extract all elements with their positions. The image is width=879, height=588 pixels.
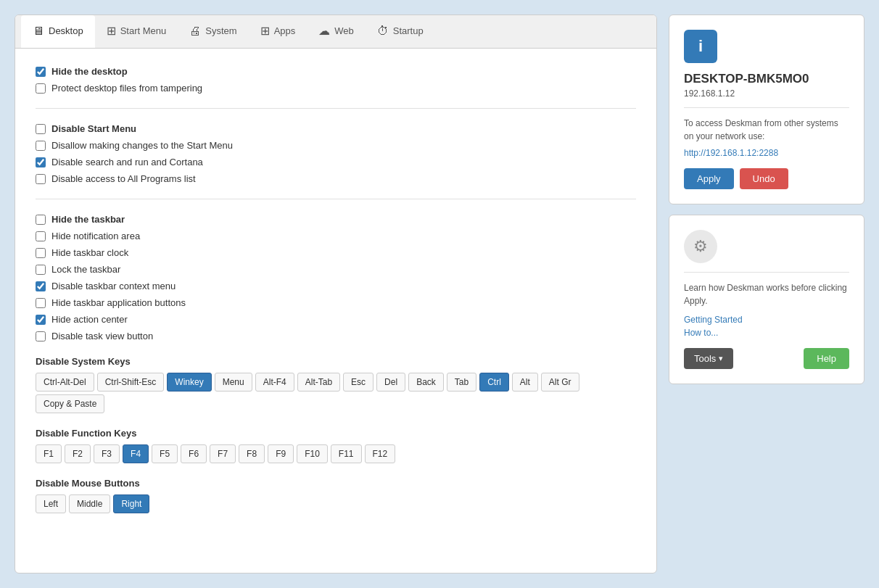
help-text: Learn how Deskman works before clicking … [684,281,849,307]
desktop-icon: 🖥 [33,25,44,38]
checkbox-protect-files: Protect desktop files from tampering [36,83,636,94]
tab-start-menu-label: Start Menu [120,25,167,36]
undo-button[interactable]: Undo [740,168,788,189]
info-icon-wrap: i [684,30,849,63]
key-f10[interactable]: F10 [297,444,328,463]
key-ctrl-alt-del[interactable]: Ctrl-Alt-Del [36,373,94,392]
key-alt-f4[interactable]: Alt-F4 [255,373,294,392]
protect-files-checkbox[interactable] [36,83,46,94]
tab-desktop[interactable]: 🖥 Desktop [21,15,95,48]
tab-startup[interactable]: ⏱ Startup [366,15,435,48]
key-f9[interactable]: F9 [268,444,294,463]
hide-taskbar-checkbox[interactable] [36,215,46,225]
key-del[interactable]: Del [376,373,405,392]
key-winkey[interactable]: Winkey [167,373,211,392]
tab-apps-label: Apps [274,25,296,36]
access-url[interactable]: http://192.168.1.12:2288 [684,148,778,158]
info-divider [684,107,849,108]
key-ctrl[interactable]: Ctrl [479,373,509,392]
disable-task-view-label: Disable task view button [51,331,153,341]
checkbox-hide-app-buttons: Hide taskbar application buttons [36,297,636,308]
key-f6[interactable]: F6 [181,444,207,463]
key-f11[interactable]: F11 [331,444,362,463]
key-f5[interactable]: F5 [152,444,178,463]
checkbox-disable-search: Disable search and run and Cortana [36,157,636,167]
apps-icon: ⊞ [260,24,270,38]
tab-system[interactable]: 🖨 System [178,15,248,48]
disable-search-checkbox[interactable] [36,157,46,167]
hide-desktop-checkbox[interactable] [36,67,46,77]
disable-start-checkbox[interactable] [36,124,46,134]
how-to-link[interactable]: How to... [684,328,849,338]
disable-start-label: Disable Start Menu [51,123,136,134]
key-middle[interactable]: Middle [69,494,110,513]
web-icon: ☁ [318,24,330,38]
tools-help-row: Tools Help [684,348,849,369]
checkbox-hide-clock: Hide taskbar clock [36,247,636,258]
key-f8[interactable]: F8 [239,444,265,463]
help-button[interactable]: Help [804,348,849,369]
tab-desktop-label: Desktop [49,25,83,36]
action-buttons: Apply Undo [684,168,849,189]
key-menu[interactable]: Menu [215,373,252,392]
key-f1[interactable]: F1 [36,444,62,463]
hide-clock-checkbox[interactable] [36,248,46,258]
checkbox-lock-taskbar: Lock the taskbar [36,264,636,275]
key-alt-tab[interactable]: Alt-Tab [297,373,340,392]
section-desktop: Hide the desktop Protect desktop files f… [36,66,636,94]
disable-task-view-checkbox[interactable] [36,331,46,341]
tab-web[interactable]: ☁ Web [307,15,366,48]
info-icon: i [684,30,717,63]
divider-2 [36,199,636,199]
key-right[interactable]: Right [113,494,149,513]
startup-icon: ⏱ [377,25,389,38]
tab-bar: 🖥 Desktop ⊞ Start Menu 🖨 System ⊞ Apps ☁… [15,15,656,49]
hide-app-buttons-label: Hide taskbar application buttons [51,297,186,308]
key-tab[interactable]: Tab [447,373,476,392]
function-keys-label: Disable Function Keys [36,428,636,439]
help-card: ⚙ Learn how Deskman works before clickin… [669,215,864,384]
key-f2[interactable]: F2 [65,444,91,463]
tab-apps[interactable]: ⊞ Apps [249,15,308,48]
disallow-changes-checkbox[interactable] [36,141,46,151]
section-function-keys: Disable Function Keys F1 F2 F3 F4 F5 F6 … [36,428,636,463]
start-menu-icon: ⊞ [107,24,116,38]
disable-programs-label: Disable access to All Programs list [51,173,196,184]
divider-1 [36,108,636,109]
key-f3[interactable]: F3 [94,444,120,463]
tab-web-label: Web [334,25,354,36]
key-f7[interactable]: F7 [210,444,236,463]
tab-start-menu[interactable]: ⊞ Start Menu [95,15,178,48]
disable-search-label: Disable search and run and Cortana [51,157,203,167]
info-card: i DESKTOP-BMK5MO0 192.168.1.12 To access… [669,15,864,204]
key-ctrl-shift-esc[interactable]: Ctrl-Shift-Esc [97,373,165,392]
system-keys-label: Disable System Keys [36,356,636,367]
disable-context-checkbox[interactable] [36,281,46,291]
section-taskbar: Hide the taskbar Hide notification area … [36,214,636,341]
checkbox-hide-action-center: Hide action center [36,314,636,325]
key-esc[interactable]: Esc [343,373,374,392]
section-start-menu: Disable Start Menu Disallow making chang… [36,123,636,184]
key-copy-paste[interactable]: Copy & Paste [36,394,104,413]
disable-context-label: Disable taskbar context menu [51,281,176,291]
hide-app-buttons-checkbox[interactable] [36,298,46,308]
disable-programs-checkbox[interactable] [36,174,46,184]
tools-button[interactable]: Tools [684,348,733,369]
key-left[interactable]: Left [36,494,66,513]
mouse-buttons-keys: Left Middle Right [36,494,636,513]
key-alt-gr[interactable]: Alt Gr [541,373,579,392]
hide-notification-label: Hide notification area [51,231,140,241]
getting-started-link[interactable]: Getting Started [684,315,849,325]
lock-taskbar-checkbox[interactable] [36,265,46,275]
key-back[interactable]: Back [408,373,444,392]
function-keys-buttons: F1 F2 F3 F4 F5 F6 F7 F8 F9 F10 F11 F12 [36,444,636,463]
hide-notification-checkbox[interactable] [36,231,46,241]
key-f12[interactable]: F12 [365,444,396,463]
checkbox-disable-task-view: Disable task view button [36,331,636,341]
apply-button[interactable]: Apply [684,168,734,189]
gear-icon: ⚙ [684,230,717,263]
key-f4[interactable]: F4 [123,444,149,463]
checkbox-hide-taskbar: Hide the taskbar [36,214,636,225]
key-alt[interactable]: Alt [512,373,538,392]
hide-action-center-checkbox[interactable] [36,315,46,325]
